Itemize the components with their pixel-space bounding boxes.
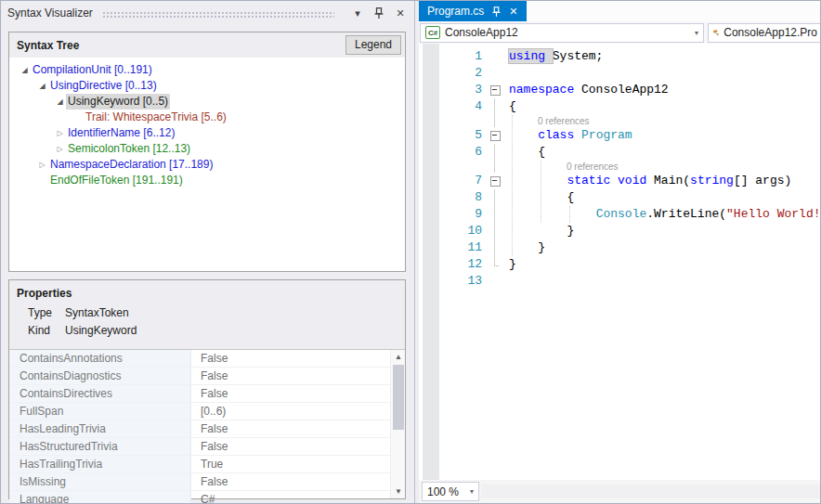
properties-title: Properties xyxy=(9,280,405,304)
project-dropdown[interactable]: C# ConsoleApp12 ▾ xyxy=(420,23,704,43)
syntax-tree: ◢ CompilationUnit [0..191) ◢ UsingDirect… xyxy=(9,58,405,271)
zoom-level-value: 100 % xyxy=(427,485,459,498)
zoom-level-dropdown[interactable]: 100 % ▾ xyxy=(422,482,479,501)
property-row[interactable]: HasTrailingTrivia True xyxy=(9,456,405,473)
line-number: 8 xyxy=(419,189,488,206)
code-line[interactable]: 12} xyxy=(419,256,821,273)
code-line[interactable]: 5 class Program xyxy=(419,127,821,144)
expander-icon[interactable]: ◢ xyxy=(54,94,66,110)
codelens-references[interactable]: 0 references xyxy=(419,161,821,173)
class-icon xyxy=(713,27,719,39)
line-number: 12 xyxy=(419,256,488,273)
code-line[interactable]: 3namespace ConsoleApp12 xyxy=(419,82,821,98)
tree-node-namespacedeclaration[interactable]: ▷ NamespaceDeclaration [17..189) xyxy=(9,157,405,173)
codelens-references[interactable]: 0 references xyxy=(419,115,821,127)
scroll-down-icon[interactable]: ▼ xyxy=(391,485,406,498)
code-line[interactable]: 2 xyxy=(419,65,821,82)
line-number: 4 xyxy=(419,98,488,115)
expander-icon[interactable]: ▷ xyxy=(54,125,66,141)
properties-groupbox: Properties Type SyntaxToken Kind UsingKe… xyxy=(8,279,406,499)
tree-node-whitespacetrivia[interactable]: Trail: WhitespaceTrivia [5..6) xyxy=(9,110,405,125)
expander-icon[interactable]: ◢ xyxy=(19,62,31,78)
line-number: 2 xyxy=(419,65,488,82)
code-editor-body[interactable]: 1using System; 2 3namespace ConsoleApp12… xyxy=(419,44,821,480)
property-row[interactable]: Language C# xyxy=(9,491,405,504)
line-number: 11 xyxy=(419,239,488,256)
selected-tree-node-label: UsingKeyword [0..5) xyxy=(66,94,170,110)
syntax-tree-header: Syntax Tree Legend xyxy=(9,32,405,58)
type-dropdown-value: ConsoleApp12.Pro xyxy=(723,26,817,39)
property-row[interactable]: ContainsAnnotations False xyxy=(9,350,405,368)
legend-button[interactable]: Legend xyxy=(345,35,401,55)
tree-node-semicolontoken[interactable]: ▷ SemicolonToken [12..13) xyxy=(9,141,405,157)
expander-icon[interactable]: ▷ xyxy=(54,141,66,157)
pin-icon[interactable] xyxy=(492,6,501,17)
line-number: 7 xyxy=(419,173,488,189)
horizontal-scrollbar[interactable] xyxy=(481,485,821,498)
code-line[interactable]: 6 { xyxy=(419,144,821,161)
type-dropdown[interactable]: ConsoleApp12.Pro xyxy=(708,23,821,43)
tab-program-cs[interactable]: Program.cs ✕ xyxy=(419,1,527,21)
property-kind-row: Kind UsingKeyword xyxy=(9,322,405,340)
line-number: 13 xyxy=(419,273,488,290)
property-row[interactable]: IsMissing False xyxy=(9,473,405,491)
tree-node-compilationunit[interactable]: ◢ CompilationUnit [0..191) xyxy=(9,62,405,78)
syntax-tree-title: Syntax Tree xyxy=(17,39,345,52)
selected-token-highlight: using xyxy=(509,49,553,63)
fold-collapse-icon[interactable] xyxy=(488,173,502,189)
close-icon[interactable]: ✕ xyxy=(393,6,408,20)
code-lines: 1using System; 2 3namespace ConsoleApp12… xyxy=(419,48,821,290)
editor-navigation-bar: C# ConsoleApp12 ▾ ConsoleApp12.Pro xyxy=(419,21,821,44)
tree-node-endoffiletoken[interactable]: EndOfFileToken [191..191) xyxy=(9,173,405,188)
fold-collapse-icon[interactable] xyxy=(488,127,502,144)
line-number: 5 xyxy=(419,127,488,144)
line-number: 9 xyxy=(419,206,488,223)
property-row[interactable]: HasLeadingTrivia False xyxy=(9,420,405,438)
chevron-down-icon: ▾ xyxy=(689,29,698,37)
code-line[interactable]: 10 } xyxy=(419,223,821,239)
project-dropdown-value: ConsoleApp12 xyxy=(445,26,518,39)
properties-scrollbar[interactable]: ▲ ▼ xyxy=(390,350,405,498)
properties-grid: ContainsAnnotations False ContainsDiagno… xyxy=(9,349,405,498)
line-number: 3 xyxy=(419,82,488,98)
code-line[interactable]: 13 xyxy=(419,273,821,290)
code-line[interactable]: 1using System; xyxy=(419,48,821,65)
code-line[interactable]: 9 Console.WriteLine("Hello World!"); xyxy=(419,206,821,223)
code-line[interactable]: 7 static void Main(string[] args) xyxy=(419,173,821,189)
tool-window-titlebar[interactable]: Syntax Visualizer ▾ ✕ xyxy=(1,1,414,25)
tree-node-usingdirective[interactable]: ◢ UsingDirective [0..13) xyxy=(9,78,405,94)
code-line[interactable]: 11 } xyxy=(419,239,821,256)
chevron-down-icon: ▾ xyxy=(470,487,474,496)
expander-icon[interactable]: ◢ xyxy=(36,78,48,94)
property-type-row: Type SyntaxToken xyxy=(9,304,405,322)
code-line[interactable]: 4{ xyxy=(419,98,821,115)
line-number: 10 xyxy=(419,223,488,239)
property-row[interactable]: ContainsDiagnostics False xyxy=(9,368,405,385)
syntax-tree-groupbox: Syntax Tree Legend ◢ CompilationUnit [0.… xyxy=(8,32,406,272)
code-line[interactable]: 8 { xyxy=(419,189,821,206)
property-row[interactable]: HasStructuredTrivia False xyxy=(9,438,405,456)
titlebar-grip-texture xyxy=(102,11,334,18)
syntax-visualizer-panel: Syntax Visualizer ▾ ✕ Syntax Tree Legend… xyxy=(1,1,415,503)
line-number: 1 xyxy=(419,48,488,65)
code-editor-pane: Program.cs ✕ C# ConsoleApp12 ▾ xyxy=(419,1,821,503)
window-position-dropdown-icon[interactable]: ▾ xyxy=(350,6,365,20)
tree-node-usingkeyword[interactable]: ◢ UsingKeyword [0..5) xyxy=(9,94,405,110)
scrollbar-thumb[interactable] xyxy=(393,365,404,430)
expander-icon[interactable]: ▷ xyxy=(36,157,48,173)
close-icon[interactable]: ✕ xyxy=(509,6,517,18)
tool-window-title: Syntax Visualizer xyxy=(7,6,93,19)
property-row[interactable]: ContainsDirectives False xyxy=(9,385,405,403)
editor-bottom-bar: 100 % ▾ xyxy=(419,480,821,503)
pin-icon[interactable] xyxy=(371,6,386,20)
scroll-up-icon[interactable]: ▲ xyxy=(391,350,406,364)
csharp-project-icon: C# xyxy=(425,26,440,39)
property-row[interactable]: FullSpan [0..6) xyxy=(9,403,405,420)
document-tab-strip: Program.cs ✕ xyxy=(419,1,821,21)
visual-studio-window: Syntax Visualizer ▾ ✕ Syntax Tree Legend… xyxy=(0,0,821,504)
tree-node-identifiername[interactable]: ▷ IdentifierName [6..12) xyxy=(9,125,405,141)
fold-collapse-icon[interactable] xyxy=(488,82,502,98)
line-number: 6 xyxy=(419,144,488,161)
